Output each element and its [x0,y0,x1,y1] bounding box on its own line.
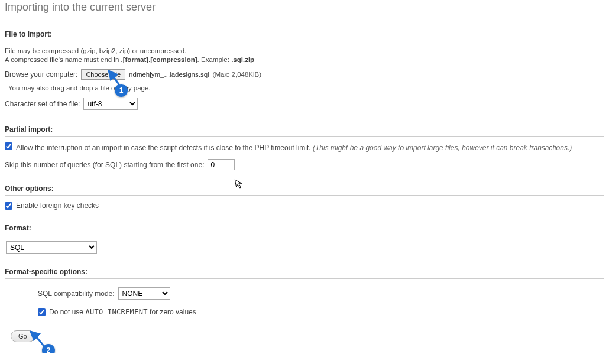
drag-drop-hint: You may also drag and drop a file on any… [8,84,604,92]
max-size-label: (Max: 2,048KiB) [213,71,261,78]
cursor-icon [234,178,244,191]
partial-import-heading: Partial import: [5,125,604,136]
fk-checks-checkbox[interactable] [5,202,12,210]
chosen-filename: ndmehjym_...iadesigns.sql [129,71,209,78]
no-auto-increment-checkbox[interactable] [38,308,46,316]
annotation-bubble-2: 2 [42,344,55,353]
allow-interrupt-checkbox[interactable] [5,142,12,150]
charset-select[interactable]: utf-8 [83,98,138,110]
sql-compat-select[interactable]: NONE [118,287,170,300]
format-select[interactable]: SQL [6,241,97,254]
charset-label: Character set of the file: [5,100,80,108]
allow-interrupt-label: Allow the interruption of an import in c… [16,142,604,153]
fk-checks-label: Enable foreign key checks [16,202,99,210]
browse-label: Browse your computer: [5,70,77,79]
other-options-heading: Other options: [5,184,604,196]
format-heading: Format: [5,224,604,235]
format-specific-heading: Format-specific options: [5,268,604,279]
annotation-bubble-1: 1 [115,84,128,97]
skip-queries-input[interactable] [208,159,235,170]
page-title: Importing into the current server [5,1,604,14]
sql-compat-label: SQL compatibility mode: [38,290,115,298]
no-auto-increment-label: Do not use AUTO_INCREMENT for zero value… [49,308,196,316]
skip-queries-label: Skip this number of queries (for SQL) st… [5,161,204,169]
file-import-heading: File to import: [5,30,604,41]
compress-info-2: A compressed file's name must end in .[f… [5,56,604,63]
bottom-divider [5,353,604,353]
compress-info-1: File may be compressed (gzip, bzip2, zip… [5,47,604,54]
